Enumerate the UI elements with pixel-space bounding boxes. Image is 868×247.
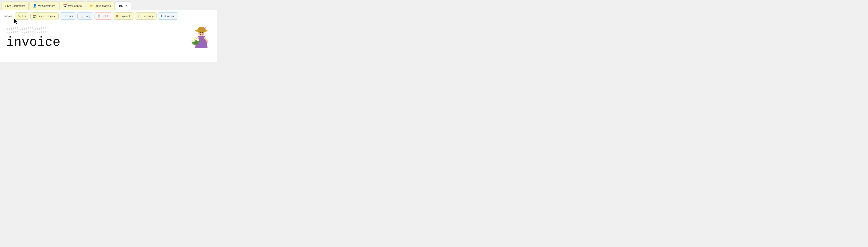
invoice-line-3 bbox=[6, 30, 48, 30]
tab-my-documents-label: My Documents bbox=[7, 4, 25, 7]
copy-button[interactable]: 📋 Copy bbox=[78, 12, 94, 20]
invoice-section-label: Invoice bbox=[3, 14, 12, 18]
svg-point-22 bbox=[194, 38, 194, 39]
edit-label: Edit bbox=[22, 14, 26, 17]
download-button[interactable]: ⬇ Download bbox=[158, 12, 178, 20]
tab-bar: ⁝ My Documents 👤 My Customers 📅 My Repor… bbox=[0, 0, 217, 10]
svg-point-25 bbox=[195, 39, 196, 40]
recurring-label: Recurring bbox=[143, 14, 154, 17]
clock-icon: 🕐 bbox=[138, 14, 141, 17]
email-icon: ✉️ bbox=[63, 14, 66, 17]
svg-point-3 bbox=[205, 27, 206, 29]
invoice-line-5 bbox=[6, 32, 48, 33]
delete-button[interactable]: 🗑️ Delete bbox=[95, 12, 112, 20]
tab-my-reports-label: My Reports bbox=[68, 4, 82, 7]
payments-dot-icon bbox=[116, 14, 119, 17]
delete-label: Delete bbox=[102, 14, 109, 17]
invoice-title: invoice bbox=[6, 36, 60, 49]
svg-point-23 bbox=[194, 40, 194, 42]
tab-103-label: 103 bbox=[119, 4, 123, 7]
svg-point-24 bbox=[192, 39, 194, 40]
payments-button[interactable]: Payments bbox=[113, 12, 134, 20]
tab-103[interactable]: 103 ✕ bbox=[115, 2, 131, 10]
tab-my-customers-label: My Customers bbox=[38, 4, 55, 7]
invoice-line-2 bbox=[6, 28, 48, 29]
invoice-content: invoice bbox=[0, 22, 217, 60]
cartoon-character bbox=[186, 25, 211, 54]
svg-point-8 bbox=[199, 33, 200, 34]
email-button[interactable]: ✉️ Email bbox=[60, 12, 76, 20]
email-label: Email bbox=[67, 14, 73, 17]
download-label: Download bbox=[164, 14, 175, 17]
list-icon: ⁝ bbox=[5, 4, 6, 8]
svg-point-15 bbox=[196, 38, 197, 39]
svg-point-6 bbox=[200, 32, 201, 33]
svg-point-13 bbox=[194, 39, 195, 40]
recurring-button[interactable]: 🕐 Recurring bbox=[135, 12, 157, 20]
toolbar: Invoice ✏️ Edit bbox=[0, 10, 217, 22]
svg-point-9 bbox=[202, 33, 204, 34]
main-content: Invoice ✏️ Edit bbox=[0, 10, 217, 62]
svg-point-5 bbox=[198, 29, 205, 33]
calendar-icon: 📅 bbox=[63, 4, 67, 8]
svg-point-7 bbox=[202, 32, 203, 33]
copy-label: Copy bbox=[85, 14, 91, 17]
select-template-button[interactable]: Select Template bbox=[30, 12, 59, 20]
select-template-label: Select Template bbox=[37, 14, 56, 17]
invoice-line-4 bbox=[6, 31, 48, 32]
svg-point-21 bbox=[197, 40, 198, 40]
invoice-left: invoice bbox=[6, 27, 60, 49]
download-icon: ⬇ bbox=[160, 14, 163, 17]
edit-icon: ✏️ bbox=[18, 14, 21, 17]
tab-my-customers[interactable]: 👤 My Customers bbox=[29, 2, 59, 10]
girl-illustration bbox=[186, 25, 211, 55]
svg-point-17 bbox=[192, 40, 193, 41]
invoice-line-1 bbox=[6, 27, 48, 28]
edit-button-wrapper: ✏️ Edit bbox=[15, 12, 29, 20]
folder-icon: 📂 bbox=[90, 4, 93, 8]
svg-point-19 bbox=[195, 37, 196, 38]
copy-icon: 📋 bbox=[80, 14, 84, 17]
tab-steve-martins[interactable]: 📂 Steve Martins bbox=[86, 2, 115, 10]
payments-label: Payments bbox=[120, 14, 131, 17]
template-icon bbox=[33, 14, 36, 18]
tab-103-close[interactable]: ✕ bbox=[125, 4, 127, 7]
trash-icon: 🗑️ bbox=[97, 14, 101, 17]
edit-button[interactable]: ✏️ Edit bbox=[15, 12, 29, 20]
invoice-lines bbox=[6, 27, 60, 33]
person-icon: 👤 bbox=[33, 4, 37, 8]
tab-my-reports[interactable]: 📅 My Reports bbox=[60, 2, 85, 10]
tab-steve-martins-label: Steve Martins bbox=[95, 4, 111, 7]
tab-my-documents[interactable]: ⁝ My Documents bbox=[2, 2, 29, 10]
